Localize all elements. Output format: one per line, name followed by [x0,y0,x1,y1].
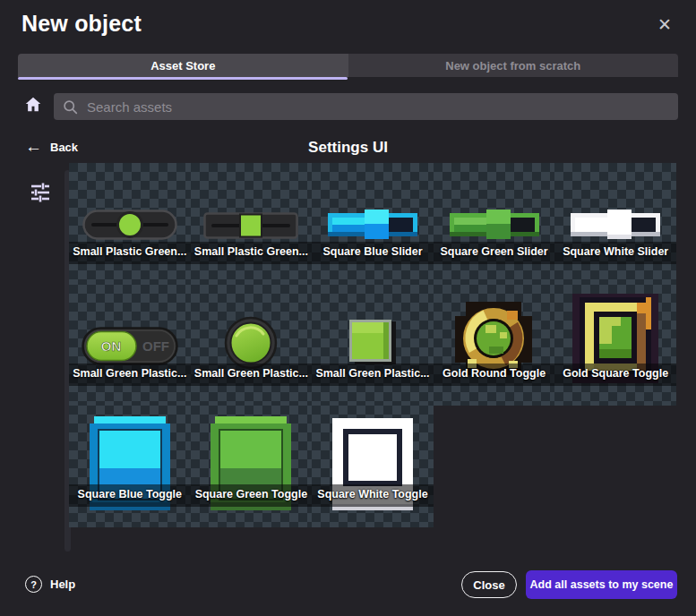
asset-label: Square White Slider [563,245,668,258]
page-title: New object [21,11,142,37]
asset-label: Small Green Plastic... [315,367,429,380]
asset-tile-square-blue-slider[interactable]: Square Blue Slider [312,163,434,285]
square-button-green-icon [348,318,398,366]
asset-label: Small Plastic Green... [73,245,186,258]
close-icon[interactable]: ✕ [654,14,675,36]
help-icon: ? [25,576,42,593]
active-tab-underline [18,77,348,80]
tab-asset-store[interactable]: Asset Store [18,54,348,77]
asset-label: Gold Round Toggle [443,367,546,380]
asset-tile-small-green-plastic-square-button[interactable]: Small Green Plastic... [312,285,434,406]
asset-tile-small-plastic-green-pill-slider[interactable]: Small Plastic Green... [69,163,191,285]
asset-label: Square Green Slider [440,245,547,258]
tab-new-object-from-scratch[interactable]: New object from scratch [348,54,679,77]
pill-slider-green-icon [82,210,177,240]
help-button[interactable]: ? Help [25,576,75,593]
asset-row-2: ON OFF Small Green Plastic... Small Gree… [69,285,676,406]
asset-label: Square Green Toggle [195,488,308,500]
asset-label: Small Green Plastic... [73,367,186,380]
asset-label: Small Plastic Green... [194,245,308,258]
back-label: Back [50,141,78,154]
asset-label: Gold Square Toggle [563,367,668,380]
square-green-slider-icon [448,208,541,242]
asset-label: Square White Toggle [317,488,427,500]
search-input[interactable] [85,98,678,116]
asset-row-3: Square Blue Toggle Square Green Toggle S… [69,406,434,527]
asset-tile-square-white-toggle[interactable]: Square White Toggle [312,406,434,527]
asset-tile-small-green-plastic-round-button[interactable]: Small Green Plastic... [191,285,313,406]
asset-label: Small Green Plastic... [194,367,308,380]
search-bar [54,93,678,120]
rect-slider-green-icon [203,212,298,239]
add-all-assets-button[interactable]: Add all assets to my scene [526,570,677,599]
svg-text:OFF: OFF [142,338,169,354]
asset-tile-gold-square-toggle[interactable]: Gold Square Toggle [554,285,676,406]
close-button[interactable]: Close [461,571,517,598]
asset-tile-small-green-plastic-onoff-toggle[interactable]: ON OFF Small Green Plastic... [69,285,191,406]
tab-strip: Asset Store New object from scratch [18,54,678,77]
home-icon[interactable] [23,95,43,115]
asset-tile-gold-round-toggle[interactable]: Gold Round Toggle [434,285,555,406]
asset-tile-square-blue-toggle[interactable]: Square Blue Toggle [69,406,191,527]
asset-tile-square-green-slider[interactable]: Square Green Slider [434,163,555,285]
asset-tile-square-green-toggle[interactable]: Square Green Toggle [191,406,313,527]
back-button[interactable]: ← Back [25,138,78,156]
help-label: Help [50,578,75,591]
square-blue-slider-icon [326,208,419,242]
asset-row-1: Small Plastic Green... Small Plastic Gre… [69,163,676,285]
square-white-slider-icon [569,208,662,242]
onoff-toggle-icon: ON OFF [82,327,178,365]
asset-label: Square Blue Slider [322,245,422,258]
section-title: Settings UI [0,139,696,157]
search-icon [63,99,78,115]
svg-text:ON: ON [101,338,122,354]
round-button-green-icon [224,316,278,370]
back-arrow-icon: ← [25,138,42,156]
asset-tile-square-white-slider[interactable]: Square White Slider [554,163,676,285]
asset-tile-small-plastic-green-rect-slider[interactable]: Small Plastic Green... [191,163,313,285]
asset-label: Square Blue Toggle [78,488,182,500]
filter-tune-icon[interactable] [28,179,53,204]
